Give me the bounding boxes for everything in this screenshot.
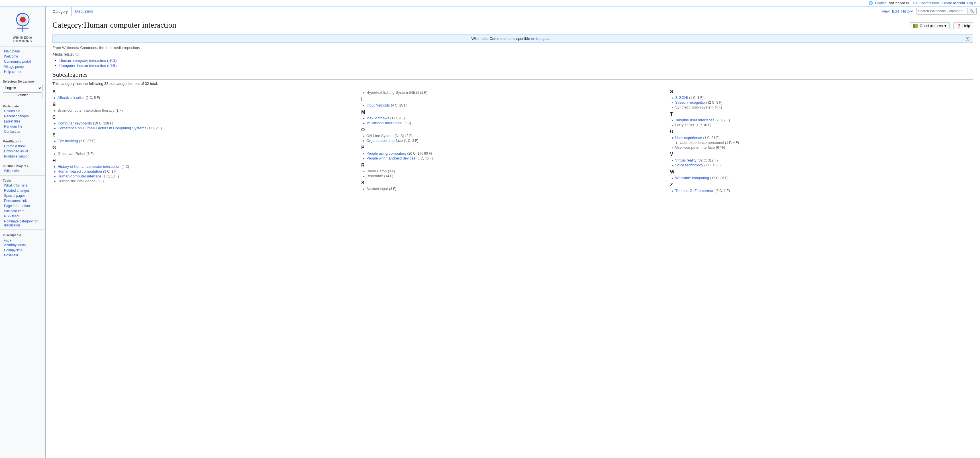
sidebar-item-belarusian[interactable]: Беларуская xyxy=(0,248,45,253)
link-virtual-reality[interactable]: Virtual reality xyxy=(675,158,697,162)
lang-select[interactable]: English Français Deutsch Español xyxy=(3,85,43,91)
search-button[interactable]: 🔍 xyxy=(967,8,977,14)
sidebar-item-latest-files[interactable]: Latest files xyxy=(0,119,45,124)
search-input[interactable] xyxy=(916,8,967,14)
sidebar-item-download-pdf[interactable]: Download as PDF xyxy=(0,149,45,154)
link-reactable[interactable]: Reactable xyxy=(366,174,383,178)
link-brain-computer[interactable]: Brain-computer interaction therapy xyxy=(57,108,114,113)
link-larry-tesler[interactable]: Larry Tesler xyxy=(675,123,695,127)
good-pictures-button[interactable]: Good pictures ▾ xyxy=(910,22,950,29)
sidebar-item-nominate-category[interactable]: Nominate category for discussion xyxy=(0,219,45,228)
sidebar-item-upload-file[interactable]: Upload file xyxy=(0,108,45,114)
link-people-handheld[interactable]: People with handheld devices xyxy=(366,156,415,161)
notice-close[interactable]: [x] xyxy=(966,37,969,41)
link-voice-technology[interactable]: Voice technology xyxy=(675,163,703,167)
sidebar-item-what-links-here[interactable]: What links here xyxy=(0,183,45,188)
letter-p: P xyxy=(361,145,664,150)
link-multimodal-interaction[interactable]: Multimodal interaction xyxy=(366,121,402,125)
letter-group-v: V ► Virtual reality (32 C, 312 F) ► Voic… xyxy=(670,152,973,167)
talk-link[interactable]: Talk xyxy=(911,1,917,5)
page-wrapper: WIKIMEDIACOMMONS Main page Welcome Commu… xyxy=(0,6,980,458)
cat-voice-technology: ► Voice technology (7 C, 10 F) xyxy=(670,163,973,167)
count-max-mathews: (1 C, 9 F) xyxy=(390,116,405,120)
link-tangible-user-interfaces[interactable]: Tangible user interfaces xyxy=(675,118,714,122)
create-account-link[interactable]: Create account xyxy=(942,1,965,5)
sidebar-item-arabic[interactable]: العربية xyxy=(0,237,45,242)
subcat-columns: A ► Affective haptics (2 C, 5 F) B ► Bra… xyxy=(52,89,973,195)
link-wearable-computing[interactable]: Wearable computing xyxy=(675,176,709,180)
tab-category[interactable]: Category xyxy=(49,7,72,16)
link-hypertext-editing[interactable]: Hypertext Editing System (HES) xyxy=(366,90,419,95)
bullet-item-chi: Computer–human interaction (CHI) xyxy=(59,64,973,68)
link-conference-hci[interactable]: Conference on Human Factors in Computing… xyxy=(57,126,146,130)
sidebar-item-printable-version[interactable]: Printable version xyxy=(0,154,45,159)
contributions-link[interactable]: Contributions xyxy=(919,1,940,5)
arrow-grey-icon: ► xyxy=(363,188,365,191)
link-user-computer-interface[interactable]: User-computer interface xyxy=(675,145,715,149)
link-synthetic-vision[interactable]: Synthetic vision system xyxy=(675,105,714,110)
link-computer-keyboards[interactable]: Computer keyboards xyxy=(57,121,92,125)
sidebar-item-special-pages[interactable]: Special pages xyxy=(0,193,45,198)
sidebar-item-welcome[interactable]: Welcome xyxy=(0,54,45,59)
sidebar-item-create-book[interactable]: Create a book xyxy=(0,143,45,149)
sidebar-item-contact-us[interactable]: Contact us xyxy=(0,129,45,134)
link-user-experience[interactable]: User experience xyxy=(675,135,702,140)
sidebar-item-random-file[interactable]: Random file xyxy=(0,124,45,129)
subcat-col-2: ► Hypertext Editing System (HES) (1 F) I… xyxy=(361,89,664,195)
log-in-link[interactable]: Log in xyxy=(967,1,977,5)
action-edit[interactable]: Edit xyxy=(892,9,899,13)
help-button[interactable]: ❓ Help xyxy=(953,22,973,29)
tab-discussion[interactable]: Discussion xyxy=(72,6,97,16)
sidebar-item-recent-changes[interactable]: Recent changes xyxy=(0,114,45,119)
lang-link[interactable]: English xyxy=(875,1,886,5)
link-organic-user-interface[interactable]: Organic user interface xyxy=(366,138,403,143)
sidebar-item-page-information[interactable]: Page information xyxy=(0,204,45,208)
link-max-mathews[interactable]: Max Mathews xyxy=(366,116,389,120)
sidebar-item-bosnian[interactable]: Bosanski xyxy=(0,253,45,258)
link-scratch-input[interactable]: Scratch input xyxy=(366,186,388,191)
arrow-grey-icon: ► xyxy=(54,180,56,183)
sidebar-item-permanent-link[interactable]: Permanent link xyxy=(0,198,45,204)
sidebar-item-main-page[interactable]: Main page xyxy=(0,49,45,54)
lang-section-title: Sélecteur de langue xyxy=(0,78,45,84)
link-human-computer-interface[interactable]: Human-computer interface xyxy=(57,174,102,178)
count-affective-haptics: (2 C, 5 F) xyxy=(86,96,100,100)
letter-b: B xyxy=(52,102,356,107)
link-eye-tracking[interactable]: Eye tracking xyxy=(57,139,78,143)
link-human-based-computation[interactable]: Human-based computation xyxy=(57,169,102,173)
sidebar-item-wikidata-item[interactable]: Wikidata item xyxy=(0,208,45,214)
letter-s3: S xyxy=(670,89,973,94)
sidebar-item-community-portal[interactable]: Community portal xyxy=(0,59,45,64)
link-affective-haptics[interactable]: Affective haptics xyxy=(57,95,84,100)
good-pictures-label: Good pictures xyxy=(920,24,943,28)
link-chi[interactable]: Computer–human interaction (CHI) xyxy=(59,64,116,68)
count-virtual-reality: (32 C, 312 F) xyxy=(698,158,718,162)
link-history-hci[interactable]: History of human-computer interaction xyxy=(57,164,120,169)
bullet-item-hci: Human–computer interaction (HCI) xyxy=(59,58,973,63)
link-sigchi[interactable]: SIGCHI xyxy=(675,95,688,100)
sidebar-item-azerbaijani[interactable]: Azərbaycanca xyxy=(0,242,45,248)
cat-virtual-reality: ► Virtual reality (32 C, 312 F) xyxy=(670,158,973,162)
link-on-line-system[interactable]: ON-Line System (NLS) xyxy=(366,134,404,138)
lang-selector: English Français Deutsch Español Valider xyxy=(0,84,45,99)
link-guido-van-robot[interactable]: Guido van Robot xyxy=(57,151,86,156)
link-speech-recognition[interactable]: Speech recognition xyxy=(675,100,707,105)
sidebar-item-village-pump[interactable]: Village pump xyxy=(0,64,45,69)
count-computer-keyboards: (19 C, 328 F) xyxy=(93,121,113,125)
link-hci[interactable]: Human–computer interaction (HCI) xyxy=(59,58,116,63)
notice-link[interactable]: en français xyxy=(531,37,549,41)
sidebar-item-related-changes[interactable]: Related changes xyxy=(0,188,45,193)
sidebar-item-help-center[interactable]: Help center xyxy=(0,69,45,74)
link-user-experience-personnel[interactable]: User experience personnel xyxy=(680,140,724,145)
link-humanistic-intelligence[interactable]: Humanistic intelligence xyxy=(57,179,95,183)
letter-r: R xyxy=(361,163,664,168)
link-input-methods[interactable]: Input Methods xyxy=(366,103,390,107)
sidebar-item-wikipedia[interactable]: Wikipedia xyxy=(0,169,45,173)
lang-validate-button[interactable]: Valider xyxy=(3,92,43,98)
action-history[interactable]: History xyxy=(901,9,913,13)
action-view[interactable]: View xyxy=(882,9,890,13)
link-thomas-zimmerman[interactable]: Thomas G. Zimmerman xyxy=(675,189,714,193)
link-people-using-computers[interactable]: People using computers xyxy=(366,151,406,156)
link-radio-baton[interactable]: Radio Baton xyxy=(366,169,387,173)
sidebar-item-rss-feed[interactable]: RSS feed xyxy=(0,214,45,219)
